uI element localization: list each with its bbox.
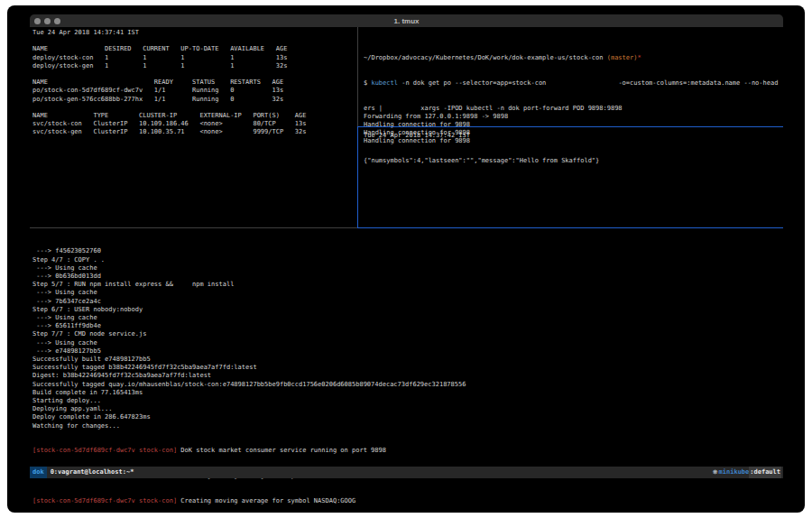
tmux-window-item[interactable]: 0:vagrant@localhost:~*: [51, 467, 134, 478]
command-name: kubectl: [371, 79, 398, 87]
window-titlebar[interactable]: 1. tmux: [30, 14, 783, 27]
service-response-output: Tue 24 Apr 2018 14:37:42 IST {"numsymbol…: [364, 132, 599, 165]
kubectl-resources-output: Tue 24 Apr 2018 14:37:41 IST NAME DESIRE…: [32, 29, 306, 137]
pane-divider-horizontal-inactive[interactable]: [30, 227, 357, 228]
pane-divider-vertical-active[interactable]: [357, 126, 358, 227]
terminal-window: 1. tmux Tue 24 Apr 2018 14:37:41 IST NAM…: [7, 5, 805, 513]
tmux-session-name: dok: [30, 467, 47, 478]
pod-log-prefix: [stock-con-5d7df689cf-dwc7v stock-con]: [32, 497, 177, 504]
skaffold-build-output: ---> f45623052760 Step 4/7 : COPY . . --…: [32, 247, 466, 430]
git-branch: (master): [604, 54, 638, 61]
pane-divider-horizontal-active-bottom[interactable]: [357, 227, 783, 228]
helm-icon: ⎈: [713, 467, 718, 478]
pane-divider-vertical-inactive[interactable]: [357, 27, 358, 126]
shell-command-line: $ kubectl -n dok get po --selector=app=s…: [364, 79, 778, 88]
pod-log-line: [stock-con-5d7df689cf-dwc7v stock-con] C…: [32, 497, 466, 505]
pane-kubectl-watch[interactable]: Tue 24 Apr 2018 14:37:41 IST NAME DESIRE…: [30, 27, 357, 227]
kube-context: minikube: [719, 467, 750, 478]
command-args: -n dok get po --selector=app=stock-con -…: [398, 79, 778, 87]
tmux-status-bar: dok 0:vagrant@localhost:~* ⎈ minikube :d…: [30, 467, 783, 478]
kube-namespace: :default: [749, 467, 781, 478]
pod-log-prefix: [stock-con-5d7df689cf-dwc7v stock-con]: [32, 447, 177, 454]
pane-service-response[interactable]: Tue 24 Apr 2018 14:37:42 IST {"numsymbol…: [358, 127, 783, 227]
pane-skaffold-log[interactable]: ---> f45623052760 Step 4/7 : COPY . . --…: [30, 228, 783, 465]
cwd-path: ~/Dropbox/advocacy/Kubernetes/DoK/work/d…: [364, 54, 604, 61]
pane-port-forward[interactable]: ~/Dropbox/advocacy/Kubernetes/DoK/work/d…: [358, 27, 783, 126]
window-title: 1. tmux: [30, 17, 783, 25]
git-dirty-flag: *: [637, 54, 641, 61]
pod-log-line: [stock-con-5d7df689cf-dwc7v stock-con] D…: [32, 447, 466, 455]
pane-divider-horizontal-active[interactable]: [358, 126, 783, 127]
shell-prompt-path-line: ~/Dropbox/advocacy/Kubernetes/DoK/work/d…: [364, 54, 778, 62]
tmux-session: 1. tmux Tue 24 Apr 2018 14:37:41 IST NAM…: [30, 14, 783, 509]
tmux-status-right: ⎈ minikube :default: [713, 467, 781, 478]
